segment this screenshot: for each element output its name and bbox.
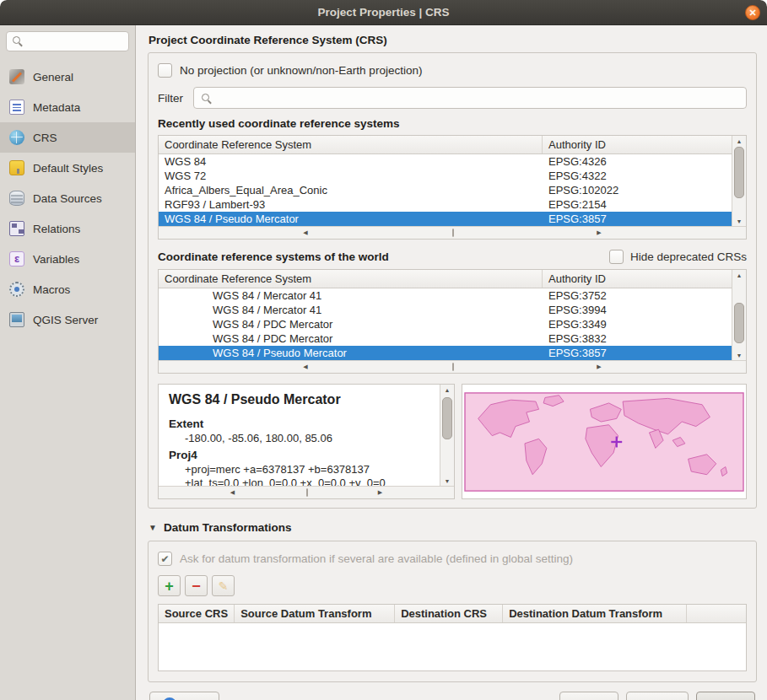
column-header-crs[interactable]: Coordinate Reference System: [159, 136, 543, 153]
sidebar-item[interactable]: CRS: [0, 122, 135, 153]
scroll-left-icon[interactable]: ◀: [159, 362, 452, 372]
sidebar-search-input[interactable]: [6, 31, 129, 51]
crs-row[interactable]: WGS 84 / Mercator 41 EPSG:3994: [159, 303, 732, 317]
scroll-right-icon[interactable]: ▶: [306, 487, 454, 498]
crs-row[interactable]: WGS 84 / Mercator 41 EPSG:3752: [159, 288, 732, 303]
check-icon: ✔: [160, 554, 169, 564]
sidebar-item-label: General: [33, 71, 73, 83]
project-properties-dialog: Project Properties | CRS ✕ General: [0, 0, 767, 700]
scrollbar-track[interactable]: [440, 395, 454, 476]
datasources-icon: [9, 191, 24, 206]
sidebar-item[interactable]: Variables: [0, 244, 135, 274]
column-header-authority[interactable]: Authority ID: [543, 270, 732, 288]
sidebar-item-label: Macros: [33, 283, 70, 296]
crs-details-text: WGS 84 / Pseudo Mercator Extent -180.00,…: [159, 385, 440, 486]
column-header-dest-crs[interactable]: Destination CRS: [395, 605, 503, 622]
crs-row[interactable]: Africa_Albers_Equal_Area_Conic EPSG:1020…: [159, 183, 732, 197]
ok-button[interactable]: OK: [696, 692, 755, 700]
sidebar-item[interactable]: Macros: [0, 274, 135, 304]
help-button[interactable]: ? Help: [149, 692, 219, 700]
scrollbar-track[interactable]: [732, 280, 746, 350]
scroll-right-icon[interactable]: ▶: [452, 228, 746, 238]
sidebar-item[interactable]: Data Sources: [0, 183, 135, 213]
column-header-spacer: [687, 605, 746, 622]
edit-transform-button[interactable]: ✎: [212, 575, 235, 596]
crs-name-cell: WGS 84 / PDC Mercator: [159, 318, 543, 331]
filter-entry: [193, 87, 747, 109]
vertical-scrollbar[interactable]: ▲ ▼: [732, 136, 746, 226]
crs-row[interactable]: WGS 84 EPSG:4326: [159, 154, 732, 169]
add-transform-button[interactable]: +: [158, 575, 181, 596]
scroll-up-icon[interactable]: ▲: [732, 270, 746, 280]
crs-name-cell: WGS 84 / Pseudo Mercator: [159, 347, 543, 359]
datum-transform-table: Source CRS Source Datum Transform Destin…: [158, 604, 747, 671]
horizontal-scrollbar[interactable]: ◀ ▶: [159, 226, 746, 239]
scroll-down-icon[interactable]: ▼: [732, 350, 746, 360]
sidebar-item[interactable]: QGIS Server: [0, 304, 135, 335]
styles-icon: [9, 160, 24, 175]
sidebar-item[interactable]: General: [0, 62, 135, 92]
recent-crs-table: Coordinate Reference System Authority ID…: [158, 135, 747, 240]
scroll-right-icon[interactable]: ▶: [452, 362, 746, 372]
vertical-scrollbar[interactable]: ▲ ▼: [732, 270, 746, 360]
minus-icon: −: [192, 579, 201, 594]
hide-deprecated-checkbox[interactable]: [609, 250, 624, 264]
no-projection-checkbox[interactable]: [158, 63, 172, 78]
hide-deprecated-label: Hide deprecated CRSs: [630, 250, 747, 263]
extent-label: Extent: [169, 417, 429, 430]
apply-button[interactable]: Apply: [559, 692, 618, 700]
column-header-dest-transform[interactable]: Destination Datum Transform: [503, 605, 687, 622]
horizontal-scrollbar[interactable]: ◀ ▶: [159, 486, 454, 498]
scrollbar-thumb[interactable]: [734, 147, 744, 198]
scroll-down-icon[interactable]: ▼: [440, 476, 454, 486]
vertical-scrollbar[interactable]: ▲ ▼: [440, 385, 454, 486]
datum-section-title: Datum Transformations: [164, 521, 292, 534]
sidebar: General Metadata CRS Default Sty: [0, 25, 136, 700]
sidebar-item[interactable]: Metadata: [0, 92, 135, 122]
window-title: Project Properties | CRS: [317, 6, 449, 19]
crs-row[interactable]: WGS 84 / PDC Mercator EPSG:3349: [159, 317, 732, 331]
world-crs-heading: Coordinate reference systems of the worl…: [158, 250, 389, 263]
scroll-left-icon[interactable]: ◀: [159, 487, 306, 498]
column-header-crs[interactable]: Coordinate Reference System: [159, 270, 543, 288]
authority-cell: EPSG:3752: [543, 289, 732, 302]
horizontal-scrollbar[interactable]: ◀ ▶: [159, 360, 746, 373]
proj4-line: +proj=merc +a=6378137 +b=6378137: [185, 463, 429, 476]
sidebar-item-label: Variables: [33, 253, 79, 266]
cancel-button[interactable]: Cancel: [626, 692, 689, 700]
relations-icon: [9, 221, 24, 236]
scroll-up-icon[interactable]: ▲: [440, 385, 454, 395]
scroll-left-icon[interactable]: ◀: [159, 228, 452, 238]
crs-row[interactable]: RGF93 / Lambert-93 EPSG:2154: [159, 197, 732, 212]
proj4-label: Proj4: [169, 449, 429, 461]
scroll-down-icon[interactable]: ▼: [732, 216, 746, 226]
crs-details-row: WGS 84 / Pseudo Mercator Extent -180.00,…: [158, 384, 747, 499]
column-header-authority[interactable]: Authority ID: [543, 136, 732, 153]
column-header-source-crs[interactable]: Source CRS: [159, 605, 235, 622]
column-header-source-transform[interactable]: Source Datum Transform: [235, 605, 395, 622]
scrollbar-thumb[interactable]: [734, 303, 744, 343]
scrollbar-track[interactable]: [732, 146, 746, 216]
authority-cell: EPSG:3832: [543, 332, 732, 345]
macros-icon: [9, 282, 24, 297]
crs-row[interactable]: WGS 72 EPSG:4322: [159, 169, 732, 183]
collapse-arrow-icon[interactable]: ▼: [149, 523, 157, 532]
close-button[interactable]: ✕: [745, 5, 760, 20]
filter-input[interactable]: [193, 87, 747, 109]
datum-group-frame: ✔ Ask for datum transformation if severa…: [148, 541, 757, 682]
titlebar[interactable]: Project Properties | CRS ✕: [0, 0, 767, 25]
scroll-up-icon[interactable]: ▲: [732, 136, 746, 146]
ask-datum-label: Ask for datum transformation if several …: [180, 552, 573, 565]
scrollbar-thumb[interactable]: [442, 397, 452, 439]
crs-row[interactable]: WGS 84 / Pseudo Mercator EPSG:3857: [159, 212, 732, 226]
crs-row[interactable]: WGS 84 / Pseudo Mercator EPSG:3857: [159, 346, 732, 360]
world-map-preview: [464, 392, 744, 492]
crs-row[interactable]: WGS 84 / PDC Mercator EPSG:3832: [159, 331, 732, 346]
scrollbar-thumb[interactable]: [452, 229, 454, 237]
ask-datum-checkbox[interactable]: ✔: [158, 552, 172, 566]
sidebar-item[interactable]: Relations: [0, 213, 135, 244]
scrollbar-thumb[interactable]: [452, 363, 454, 371]
sidebar-item[interactable]: Default Styles: [0, 153, 135, 183]
remove-transform-button[interactable]: −: [185, 575, 208, 596]
scrollbar-thumb[interactable]: [306, 488, 308, 497]
